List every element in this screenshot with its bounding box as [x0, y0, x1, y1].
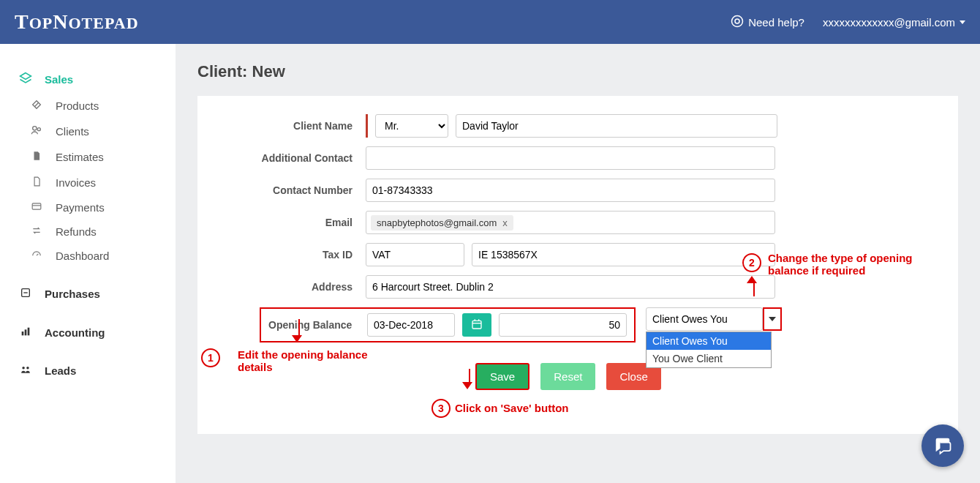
opening-balance-group: Opening Balance [260, 307, 636, 342]
swap-icon [29, 225, 44, 238]
sidebar: Sales Products Clients Estimates Invoice… [0, 44, 176, 483]
user-email-label: xxxxxxxxxxxxx@gmail.com [823, 16, 955, 29]
sidebar-item-dashboard[interactable]: Dashboard [0, 244, 176, 268]
balance-type-dropdown: Client Owes You You Owe Client [646, 332, 772, 368]
svg-point-4 [37, 128, 40, 131]
sidebar-item-leads[interactable]: Leads [0, 359, 176, 383]
label-additional-contact: Additional Contact [219, 152, 366, 164]
sidebar-item-accounting[interactable]: Accounting [0, 320, 176, 345]
sidebar-item-purchases[interactable]: Purchases [0, 281, 176, 307]
sidebar-item-label: Clients [56, 125, 89, 138]
reset-button[interactable]: Reset [540, 363, 595, 390]
sidebar-item-label: Refunds [56, 225, 97, 238]
sidebar-item-estimates[interactable]: Estimates [0, 144, 176, 170]
need-help-label: Need help? [748, 16, 804, 29]
opening-balance-amount-input[interactable] [499, 313, 627, 337]
document-icon [29, 176, 44, 190]
sidebar-item-payments[interactable]: Payments [0, 195, 176, 220]
page-title: Client: New [197, 62, 958, 81]
need-help-link[interactable]: Need help? [731, 15, 804, 30]
calendar-icon [471, 318, 483, 332]
sidebar-item-refunds[interactable]: Refunds [0, 220, 176, 244]
calendar-button[interactable] [462, 313, 491, 337]
svg-rect-5 [32, 203, 41, 209]
address-input[interactable] [366, 275, 775, 299]
tag-icon [29, 99, 44, 113]
annotation-text-2: Change the type of opening balance if re… [768, 252, 936, 277]
sidebar-item-label: Payments [56, 201, 105, 214]
sidebar-item-label: Invoices [56, 176, 96, 189]
email-chip: snapbytephotos@gmail.com x [371, 215, 513, 231]
label-contact-number: Contact Number [219, 184, 366, 196]
help-icon [731, 15, 744, 30]
label-client-name: Client Name [219, 120, 366, 132]
balance-type-option[interactable]: You Owe Client [647, 350, 771, 367]
chat-fab[interactable] [921, 424, 964, 467]
sidebar-item-sales[interactable]: Sales [0, 66, 176, 93]
sidebar-item-label: Leads [45, 364, 76, 377]
remove-chip-icon[interactable]: x [502, 217, 508, 228]
label-opening-balance: Opening Balance [268, 319, 360, 331]
annotation-number-2: 2 [742, 253, 761, 272]
email-chip-text: snapbytephotos@gmail.com [377, 217, 497, 228]
annotation-text-1: Edit the opening balance details [238, 348, 399, 373]
client-form-card: Client Name Mr. Additional Contact Conta… [197, 96, 958, 434]
sidebar-item-clients[interactable]: Clients [0, 119, 176, 144]
gauge-icon [29, 250, 44, 262]
svg-rect-11 [25, 329, 27, 335]
minus-square-icon [18, 287, 33, 301]
tax-id-input[interactable] [472, 243, 775, 266]
label-address: Address [219, 281, 366, 293]
sidebar-item-label: Purchases [45, 288, 100, 300]
save-button[interactable]: Save [475, 363, 529, 390]
required-indicator [366, 114, 368, 138]
contact-number-input[interactable] [366, 179, 775, 202]
opening-balance-date-input[interactable] [367, 313, 455, 337]
annotation-number-1: 1 [201, 348, 220, 367]
main-content: Client: New Client Name Mr. Additional C… [176, 44, 980, 483]
group-icon [18, 364, 33, 377]
salutation-select[interactable]: Mr. [375, 114, 448, 138]
chart-icon [18, 326, 33, 340]
svg-point-0 [732, 15, 743, 26]
chat-icon [932, 435, 953, 457]
annotation-arrow-2 [751, 276, 757, 296]
file-icon [29, 150, 44, 164]
sidebar-item-label: Products [56, 100, 99, 112]
sidebar-item-label: Dashboard [56, 250, 109, 262]
svg-line-7 [37, 254, 38, 255]
brand-logo: TOPNOTEPAD [15, 10, 139, 34]
svg-point-3 [33, 127, 37, 130]
sidebar-item-label: Accounting [45, 326, 105, 339]
email-input[interactable]: snapbytephotos@gmail.com x [366, 211, 775, 234]
annotation-number-3: 3 [431, 399, 451, 418]
label-tax-id: Tax ID [219, 249, 366, 261]
client-name-input[interactable] [456, 114, 777, 138]
annotation-arrow-3 [467, 369, 472, 389]
svg-point-13 [22, 367, 24, 370]
tax-id-type-input[interactable] [366, 243, 464, 266]
balance-type-wrap: Client Owes You You Owe Client [646, 307, 782, 331]
user-menu[interactable]: xxxxxxxxxxxxx@gmail.com [823, 16, 965, 29]
sidebar-item-products[interactable]: Products [0, 93, 176, 119]
sidebar-item-invoices[interactable]: Invoices [0, 170, 176, 195]
annotation-arrow-1 [296, 319, 302, 342]
balance-type-select[interactable] [646, 307, 763, 331]
additional-contact-input[interactable] [366, 146, 775, 170]
users-icon [29, 124, 44, 138]
balance-type-option[interactable]: Client Owes You [647, 332, 771, 350]
svg-point-1 [735, 19, 739, 23]
topbar: TOPNOTEPAD Need help? xxxxxxxxxxxxx@gmai… [0, 0, 980, 44]
card-icon [29, 201, 44, 214]
balance-type-caret[interactable] [763, 307, 782, 331]
annotation-text-3: Click on 'Save' button [455, 402, 569, 414]
svg-marker-2 [20, 73, 31, 80]
chevron-down-icon [960, 20, 965, 24]
svg-rect-12 [28, 328, 30, 336]
layers-icon [18, 72, 33, 87]
svg-rect-15 [472, 321, 481, 329]
label-email: Email [219, 217, 366, 228]
sidebar-item-label: Estimates [56, 151, 104, 163]
sidebar-item-label: Sales [45, 73, 73, 86]
svg-point-14 [26, 367, 29, 370]
